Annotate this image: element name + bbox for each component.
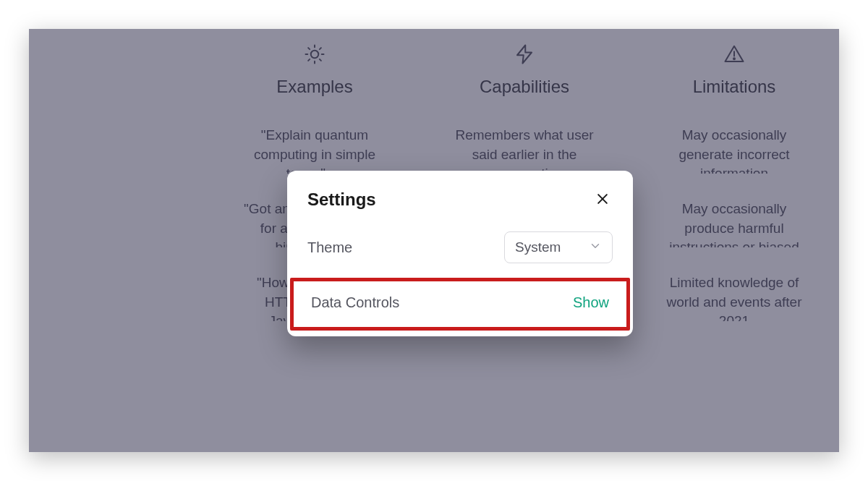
data-controls-label: Data Controls [311,294,399,311]
theme-value: System [515,239,561,255]
chevron-down-icon [589,239,602,255]
theme-label: Theme [307,239,352,256]
close-icon [595,192,610,208]
data-controls-row: Data Controls Show [290,278,630,331]
app-frame: Examples "Explain quantum computing in s… [29,29,839,452]
settings-modal: Settings Theme System Da [287,171,633,336]
data-controls-show-button[interactable]: Show [573,294,609,311]
theme-select[interactable]: System [504,231,613,263]
settings-title: Settings [307,190,376,210]
close-button[interactable] [592,190,613,210]
